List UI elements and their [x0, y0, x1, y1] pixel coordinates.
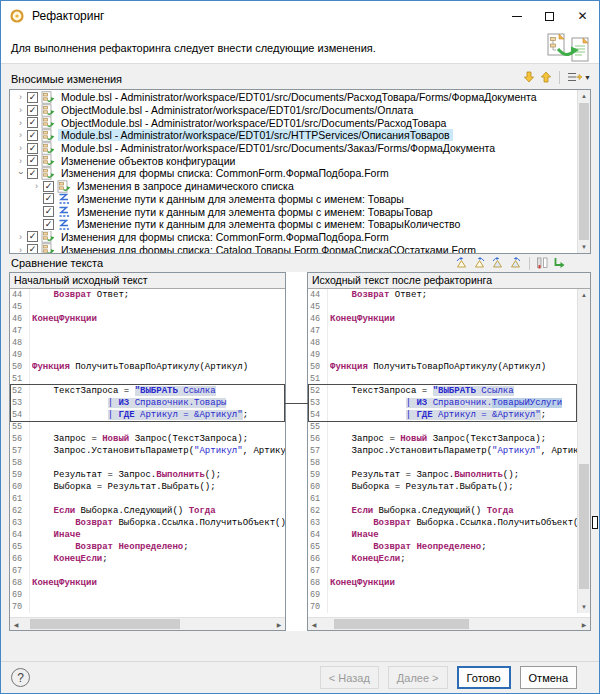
code-line: 66 КонецЕсли;: [10, 553, 285, 565]
original-horizontal-scrollbar[interactable]: ◀ ▶: [10, 617, 285, 630]
button-bar: ? < Назад Далее > Готово Отмена: [1, 662, 599, 693]
refactored-horizontal-scrollbar[interactable]: ◀ ▶: [308, 617, 590, 630]
tree-item[interactable]: ✓Изменение пути к данным для элемента фо…: [10, 193, 576, 206]
copy-direction-icon[interactable]: [552, 255, 565, 271]
scroll-right-icon[interactable]: ▶: [273, 618, 285, 630]
previous-change-icon[interactable]: [508, 255, 523, 271]
code-line: 54 | ГДЕ Артикул = &Артикул";: [308, 409, 577, 421]
scrollbar-thumb[interactable]: [30, 619, 180, 629]
expander-collapsed-icon[interactable]: ›: [14, 118, 27, 128]
line-number: 53: [10, 397, 30, 409]
maximize-button[interactable]: [533, 1, 566, 31]
cancel-button[interactable]: Отмена: [520, 666, 577, 689]
tree-item[interactable]: ›✓Изменения для формы списка: CommonForm…: [10, 231, 576, 244]
tree-item-label: Изменения для формы списка: Catalog.Това…: [58, 244, 479, 254]
item-checkbox[interactable]: ✓: [43, 206, 54, 217]
line-number: 54: [308, 409, 328, 421]
expander-collapsed-icon[interactable]: ›: [14, 105, 27, 115]
tree-item[interactable]: ›✓ObjectModule.bsl - Administrator/works…: [10, 116, 576, 129]
line-number: 60: [10, 481, 30, 493]
expander-collapsed-icon[interactable]: ›: [14, 232, 27, 242]
scroll-up-icon[interactable]: ▲: [578, 289, 590, 301]
expander-expanded-icon[interactable]: ›: [16, 167, 26, 180]
move-up-icon[interactable]: [539, 69, 553, 85]
expander-collapsed-icon[interactable]: ›: [14, 156, 27, 166]
tree-item[interactable]: ›✓Изменения в запросе динамического спис…: [10, 180, 576, 193]
item-checkbox[interactable]: ✓: [27, 231, 38, 242]
item-checkbox[interactable]: ✓: [27, 92, 38, 103]
scroll-left-icon[interactable]: ◀: [10, 618, 22, 630]
line-number: 45: [10, 301, 30, 313]
line-number: 60: [308, 481, 328, 493]
tree-item-label: Изменение пути к данным для элемента фор…: [74, 193, 407, 205]
changes-tree[interactable]: ›✓Module.bsl - Administrator/workspace/E…: [9, 89, 591, 254]
overview-ruler[interactable]: [591, 272, 599, 631]
tree-item[interactable]: ✓Изменение пути к данным для элемента фо…: [10, 218, 576, 231]
scroll-down-icon[interactable]: ▼: [578, 241, 590, 253]
item-checkbox[interactable]: ✓: [27, 117, 38, 128]
tree-item[interactable]: ›✓ObjectModule.bsl - Administrator/works…: [10, 104, 576, 117]
previous-difference-icon[interactable]: [472, 255, 487, 271]
code-line: 61: [308, 493, 577, 505]
tree-item[interactable]: ✓Изменение пути к данным для элемента фо…: [10, 205, 576, 218]
scroll-right-icon[interactable]: ▶: [578, 618, 590, 630]
close-button[interactable]: ✕: [566, 1, 599, 31]
item-checkbox[interactable]: ✓: [43, 193, 54, 204]
tree-item[interactable]: ›✓Изменения для формы списка: CommonForm…: [10, 167, 576, 180]
tree-item[interactable]: ›✓Изменение объектов конфигурации: [10, 154, 576, 167]
expander-collapsed-icon[interactable]: ›: [14, 92, 27, 102]
line-number: 62: [308, 505, 328, 517]
tree-scrollbar-thumb[interactable]: [579, 103, 589, 240]
scrollbar-thumb[interactable]: [579, 464, 589, 589]
code-line: 54 | ГДЕ Артикул = &Артикул";: [10, 409, 285, 421]
refactored-pane-title: Исходный текст после рефакторинга: [308, 273, 590, 289]
line-number: 49: [308, 349, 328, 361]
code-line: 70: [10, 601, 285, 613]
move-down-icon[interactable]: [522, 69, 536, 85]
refactored-vertical-scrollbar[interactable]: ▲ ▼: [577, 289, 590, 613]
item-checkbox[interactable]: ✓: [43, 219, 54, 230]
code-line: 64 Иначе: [308, 529, 577, 541]
expander-collapsed-icon[interactable]: ›: [30, 181, 43, 191]
next-change-icon[interactable]: [490, 255, 505, 271]
expander-collapsed-icon[interactable]: ›: [14, 130, 27, 140]
item-checkbox[interactable]: ✓: [27, 168, 38, 179]
scrollbar-thumb[interactable]: [334, 619, 469, 629]
line-number: 55: [10, 421, 30, 433]
tree-item-label: ObjectModule.bsl - Administrator/workspa…: [58, 117, 449, 129]
scroll-left-icon[interactable]: ◀: [308, 618, 320, 630]
line-number: 58: [10, 457, 30, 469]
expander-collapsed-icon[interactable]: ›: [14, 245, 27, 254]
next-difference-icon[interactable]: [454, 255, 469, 271]
tree-item[interactable]: ›✓Изменения для формы списка: Catalog.То…: [10, 243, 576, 254]
overview-diff-marker[interactable]: [592, 516, 598, 529]
next-button[interactable]: Далее >: [388, 666, 448, 689]
scroll-up-icon[interactable]: ▲: [578, 90, 590, 102]
layout-menu-icon[interactable]: ▼: [566, 69, 591, 85]
item-checkbox[interactable]: ✓: [27, 155, 38, 166]
code-line: 52 ТекстЗапроса = "ВЫБРАТЬ Ссылка: [10, 385, 285, 397]
back-button[interactable]: < Назад: [320, 666, 379, 689]
code-line: 49: [308, 349, 577, 361]
finish-button[interactable]: Готово: [457, 666, 511, 689]
tree-item[interactable]: ›✓Module.bsl - Administrator/workspace/E…: [10, 142, 576, 155]
item-checkbox[interactable]: ✓: [27, 130, 38, 141]
item-checkbox[interactable]: ✓: [27, 244, 38, 254]
item-checkbox[interactable]: ✓: [27, 143, 38, 154]
item-checkbox[interactable]: ✓: [43, 181, 54, 192]
scroll-down-icon[interactable]: ▼: [578, 601, 590, 613]
original-code-area[interactable]: 44 Возврат Ответ;4546КонецФункции4748495…: [10, 289, 285, 613]
item-checkbox[interactable]: ✓: [27, 105, 38, 116]
titlebar: Рефакторинг ✕: [1, 1, 599, 31]
composite-change-icon: [41, 154, 55, 167]
minimize-button[interactable]: [500, 1, 533, 31]
columns-icon[interactable]: [536, 255, 549, 271]
line-number: 51: [308, 373, 328, 385]
help-button[interactable]: ?: [11, 668, 30, 687]
code-line: 69: [308, 589, 577, 601]
tree-vertical-scrollbar[interactable]: ▲ ▼: [577, 90, 590, 253]
tree-item[interactable]: ›✓Module.bsl - Administrator/workspace/E…: [10, 91, 576, 104]
tree-item[interactable]: ›✓Module.bsl - Administrator/workspace/E…: [10, 129, 576, 142]
refactored-code-area[interactable]: 44 Возврат Ответ;4546КонецФункции4748495…: [308, 289, 577, 613]
expander-collapsed-icon[interactable]: ›: [14, 143, 27, 153]
